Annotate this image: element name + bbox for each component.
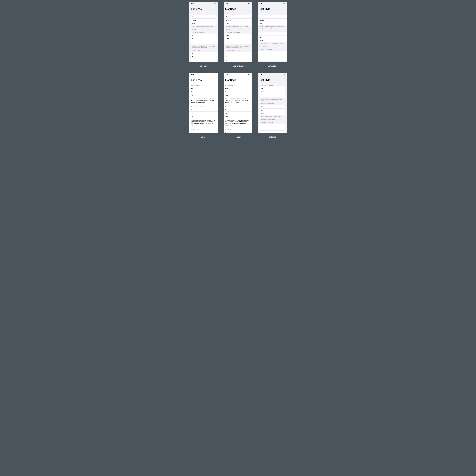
status-time: 1:34 — [191, 74, 194, 75]
list-item[interactable]: One — [189, 108, 218, 112]
section-header-2: SECOND SECTION HEADER — [189, 30, 218, 34]
status-indicators: .... ▲ — [212, 74, 216, 75]
list-item[interactable]: Three — [259, 112, 285, 115]
section-header-1: FIRST SECTION HEADER — [258, 12, 287, 15]
list-item[interactable]: Two — [189, 112, 218, 115]
caption-grouped: .grouped — [268, 65, 276, 67]
list-item[interactable]: Third — [225, 22, 251, 25]
section-footer-1: Eos est eos consequatur nemo autem in qu… — [189, 25, 218, 30]
wifi-icon: ▲ — [282, 3, 282, 4]
list-item[interactable]: Two — [225, 37, 251, 40]
list-item[interactable]: 2 — [225, 55, 251, 59]
section-footer-2: Tempora distinctio excepturi quasi disti… — [224, 44, 252, 48]
list-item[interactable]: Two — [224, 112, 252, 115]
list-item[interactable]: Three — [258, 39, 287, 42]
section-2-cells: One Two Three — [189, 108, 218, 118]
wifi-icon: ▲ — [282, 74, 282, 75]
list-item[interactable]: 2 — [258, 54, 287, 57]
list-item[interactable]: 2 — [259, 127, 285, 131]
list-item[interactable]: One — [225, 34, 251, 37]
section-2-cells: One Two Three — [259, 105, 285, 115]
list-item[interactable]: Third — [191, 22, 217, 25]
page-title: List Style — [224, 76, 252, 83]
phone-automatic: 1:09 .... ▲ List Style FIRST SECTION HEA… — [189, 2, 218, 62]
list-item[interactable]: 3 — [191, 59, 217, 62]
caption-sidebar: .sidebar — [269, 136, 276, 138]
section-footer-1: Eos est eos consequatur nemo autem in qu… — [224, 97, 252, 104]
list-item[interactable]: Second — [259, 90, 285, 93]
list-item[interactable]: First — [189, 87, 218, 90]
section-footer-1: Eos est eos consequatur nemo autem in qu… — [258, 97, 287, 101]
list-item[interactable]: Two — [259, 108, 285, 112]
status-indicators: .... ▲ — [212, 3, 216, 4]
list-item[interactable]: 1 — [225, 52, 251, 55]
list-item[interactable]: 3 — [259, 131, 285, 133]
section-2-cells: One Two Three — [224, 108, 252, 118]
section-header-1: FIRST SECTION HEADER — [224, 12, 252, 15]
list-item[interactable]: 3 — [225, 59, 251, 62]
list-item[interactable]: Three — [225, 40, 251, 44]
page-title: List Style — [258, 76, 287, 83]
list-item[interactable]: First — [258, 15, 287, 18]
section-header-3: THIRD SECTION HEADER — [224, 48, 252, 52]
list-item[interactable]: Two — [258, 36, 287, 39]
list-item[interactable]: Third — [258, 22, 287, 25]
list-item[interactable]: Third — [259, 93, 285, 97]
phone-plain: 1:34 .... ▲ List Style First Section Hea… — [189, 73, 218, 133]
section-1-cells: First Second Third — [259, 86, 285, 97]
section-3-cells: 1 2 3 — [258, 51, 287, 61]
section-header-2: SECOND SECTION HEADER — [224, 30, 252, 34]
list-item[interactable]: Second — [191, 18, 217, 22]
cellular-icon: .... — [280, 74, 281, 75]
section-header-2: Second Section Header — [224, 104, 252, 108]
battery-icon — [249, 3, 250, 4]
section-3-cells: 1 2 3 — [191, 52, 217, 62]
list-item[interactable]: First — [225, 15, 251, 18]
list-item[interactable]: Second — [225, 18, 251, 22]
list-item[interactable]: First — [191, 15, 217, 18]
list-item[interactable]: 1 — [259, 124, 285, 127]
status-time: 1:38 — [226, 74, 228, 75]
status-indicators: .... ▲ — [280, 74, 285, 75]
list-item[interactable]: One — [191, 34, 217, 37]
phone-inset: 1:38 .... ▲ List Style First Section Hea… — [224, 73, 252, 133]
wifi-icon: ▲ — [247, 74, 248, 75]
section-1-cells: First Second Third — [258, 15, 287, 25]
list-item[interactable]: First — [259, 86, 285, 90]
list-item[interactable]: 1 — [191, 52, 217, 55]
list-item[interactable]: Second — [189, 90, 218, 94]
list-item[interactable]: One — [259, 105, 285, 108]
section-header-label: THIRD SECTION HEADER — [261, 122, 273, 123]
list-item[interactable]: Second — [258, 18, 287, 22]
section-header-1[interactable]: FIRST SECTION HEADER ⌄ — [258, 83, 287, 86]
list-item[interactable]: 1 — [258, 51, 287, 54]
page-title: List Style — [189, 76, 218, 83]
list-item[interactable]: Two — [191, 37, 217, 40]
section-3-cells: 1 2 3 — [259, 124, 285, 133]
status-indicators: .... ▲ — [280, 3, 285, 4]
section-header-2: SECOND SECTION HEADER — [258, 29, 287, 32]
list-item[interactable]: 3 — [258, 57, 287, 61]
list-item[interactable]: Second — [224, 90, 252, 94]
section-header-3[interactable]: THIRD SECTION HEADER ⌄ — [258, 120, 287, 124]
battery-icon — [214, 74, 216, 75]
list-item[interactable]: Three — [191, 40, 217, 44]
section-header-1: First Section Header — [189, 83, 218, 87]
chevron-down-icon: ⌄ — [284, 103, 285, 104]
list-item[interactable]: 2 — [191, 55, 217, 59]
section-header-3: Third Section Header — [189, 127, 218, 131]
list-item[interactable]: First — [224, 87, 252, 90]
chevron-down-icon: ⌄ — [284, 85, 285, 86]
list-item[interactable]: Three — [189, 115, 218, 118]
list-item[interactable]: One — [258, 32, 287, 36]
list-item[interactable]: One — [224, 108, 252, 112]
wifi-icon: ▲ — [213, 3, 214, 4]
cellular-icon: .... — [280, 3, 281, 4]
section-footer-2: Tempora distinctio excepturi quasi disti… — [189, 44, 218, 48]
page-title: List Style — [224, 5, 252, 12]
section-footer-2: Tempora distinctio excepturi quasi disti… — [189, 118, 218, 127]
section-header-2[interactable]: SECOND SECTION HEADER ⌄ — [258, 101, 287, 105]
list-item[interactable]: Third — [189, 94, 218, 97]
list-item[interactable]: Three — [224, 115, 252, 118]
list-item[interactable]: Third — [224, 94, 252, 97]
